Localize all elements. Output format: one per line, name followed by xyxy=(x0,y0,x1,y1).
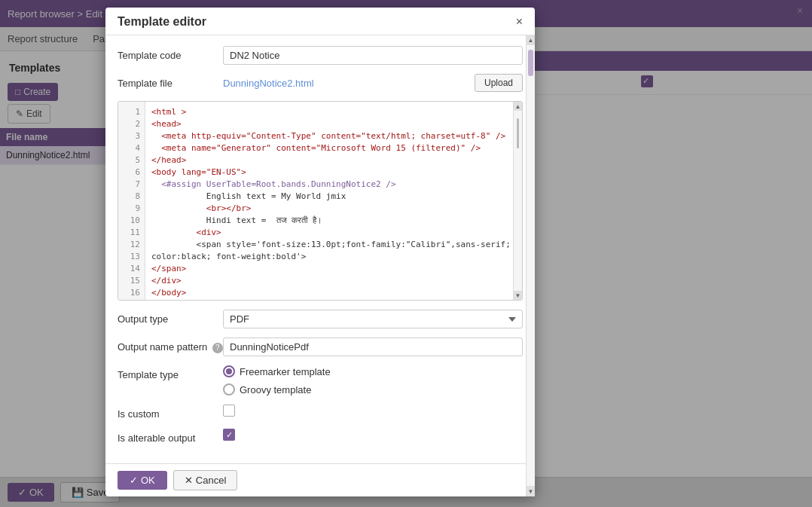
is-alterable-label: Is alterable output xyxy=(118,429,223,444)
output-type-row: Output type PDF * xyxy=(118,310,523,328)
is-alterable-checkbox-wrap: ✓ xyxy=(223,429,235,441)
template-type-label: Template type xyxy=(118,365,223,380)
ok-icon: ✓ xyxy=(130,475,138,486)
output-name-wrap xyxy=(223,337,523,356)
radio-groovy-circle xyxy=(223,383,235,396)
radio-freemarker-circle xyxy=(223,365,235,377)
is-custom-label: Is custom xyxy=(118,405,223,420)
scroll-down-icon[interactable]: ▼ xyxy=(514,291,522,300)
template-editor-modal: Template editor × Template code * Templa… xyxy=(105,8,535,496)
radio-freemarker-label: Freemarker template xyxy=(240,366,331,377)
output-type-wrap: PDF * xyxy=(223,310,523,328)
modal-scroll-track xyxy=(527,45,535,486)
radio-groovy-label: Groovy template xyxy=(240,384,311,396)
editor-scrollbar: ▲ ▼ xyxy=(513,102,522,300)
output-type-select[interactable]: PDF xyxy=(223,310,523,328)
template-type-wrap: Freemarker template Groovy template xyxy=(223,365,523,396)
modal-header: Template editor × xyxy=(105,8,535,35)
template-file-link[interactable]: DunningNotice2.html xyxy=(223,78,470,89)
code-content[interactable]: <html ><head> <meta http-equiv="Content-… xyxy=(145,102,513,300)
is-alterable-wrap: ✓ xyxy=(223,429,523,441)
output-name-input[interactable] xyxy=(223,337,523,356)
modal-close-button[interactable]: × xyxy=(516,15,523,29)
is-custom-checkbox-wrap xyxy=(223,405,235,417)
modal-cancel-button[interactable]: ✕ Cancel xyxy=(173,470,237,490)
template-file-wrap: DunningNotice2.html Upload xyxy=(223,74,523,92)
modal-title: Template editor xyxy=(118,15,206,29)
is-custom-wrap xyxy=(223,405,523,417)
is-alterable-checkbox[interactable]: ✓ xyxy=(223,429,235,441)
is-custom-row: Is custom xyxy=(118,405,523,420)
modal-scrollbar: ▲ ▼ xyxy=(526,35,535,496)
is-alterable-row: Is alterable output ✓ xyxy=(118,429,523,444)
template-code-wrap: * xyxy=(223,46,523,65)
modal-scroll-thumb xyxy=(528,50,533,76)
cancel-icon: ✕ xyxy=(185,475,193,486)
modal-scroll-up[interactable]: ▲ xyxy=(527,35,535,45)
line-numbers: 123456789101112131415161718192021222324 xyxy=(118,102,145,300)
modal-body: Template code * Template file DunningNot… xyxy=(105,35,535,463)
template-file-row: Template file DunningNotice2.html Upload xyxy=(118,74,523,92)
template-code-input[interactable] xyxy=(223,46,523,65)
template-type-row: Template type Freemarker template Groovy… xyxy=(118,365,523,396)
scroll-thumb xyxy=(517,118,519,148)
scroll-up-icon[interactable]: ▲ xyxy=(514,102,522,111)
modal-footer: ✓ OK ✕ Cancel xyxy=(105,463,535,496)
scroll-track xyxy=(514,111,522,291)
is-custom-checkbox[interactable] xyxy=(223,405,235,417)
output-name-label: Output name pattern ? xyxy=(118,337,223,353)
radio-freemarker[interactable]: Freemarker template xyxy=(223,365,331,377)
modal-scroll-down[interactable]: ▼ xyxy=(527,486,535,496)
template-code-label: Template code xyxy=(118,46,223,61)
help-icon[interactable]: ? xyxy=(212,343,223,353)
template-file-label: Template file xyxy=(118,74,223,89)
upload-button[interactable]: Upload xyxy=(475,74,523,92)
output-type-label: Output type xyxy=(118,310,223,325)
output-name-row: Output name pattern ? xyxy=(118,337,523,356)
radio-groovy[interactable]: Groovy template xyxy=(223,383,331,396)
template-code-row: Template code * xyxy=(118,46,523,65)
radio-group: Freemarker template Groovy template xyxy=(223,365,331,396)
code-editor: 123456789101112131415161718192021222324 … xyxy=(118,101,523,301)
modal-ok-button[interactable]: ✓ OK xyxy=(118,471,167,490)
